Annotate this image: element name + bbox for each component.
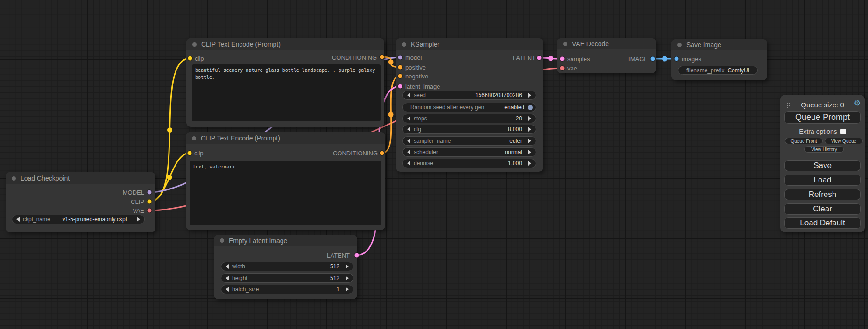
- queue-menu-panel[interactable]: Queue size: 0 ⚙ Queue Prompt Extra optio…: [780, 95, 865, 232]
- queue-prompt-button[interactable]: Queue Prompt: [784, 111, 861, 124]
- node-titlebar[interactable]: CLIP Text Encode (Prompt): [186, 132, 385, 144]
- decrement-arrow-icon[interactable]: [407, 93, 410, 98]
- output-label-latent: LATENT: [513, 55, 536, 62]
- queue-front-button[interactable]: Queue Front: [785, 138, 823, 144]
- node-title: CLIP Text Encode (Prompt): [201, 41, 281, 48]
- node-graph-canvas[interactable]: Load Checkpoint MODEL CLIP VAE ckpt_name…: [0, 0, 868, 329]
- height-widget[interactable]: height 512: [221, 273, 353, 283]
- node-vae-decode[interactable]: VAE Decode samples vae IMAGE: [557, 38, 656, 73]
- toggle-knob-icon[interactable]: [528, 105, 533, 110]
- increment-arrow-icon[interactable]: [528, 161, 531, 166]
- increment-arrow-icon[interactable]: [346, 276, 349, 280]
- gear-icon[interactable]: ⚙: [854, 99, 861, 107]
- node-titlebar[interactable]: Empty Latent Image: [214, 235, 357, 246]
- widget-label: ckpt_name: [23, 216, 50, 223]
- collapse-dot-icon[interactable]: [220, 238, 224, 243]
- widget-value: enabled: [504, 104, 524, 111]
- filename-prefix-widget[interactable]: filename_prefix ComfyUI: [678, 66, 758, 75]
- node-titlebar[interactable]: VAE Decode: [557, 38, 656, 49]
- extra-options-checkbox[interactable]: [840, 129, 846, 134]
- steps-widget[interactable]: steps 20: [402, 114, 536, 123]
- decrement-arrow-icon[interactable]: [226, 276, 229, 280]
- view-queue-button[interactable]: View Queue: [825, 138, 863, 144]
- increment-arrow-icon[interactable]: [528, 116, 531, 121]
- widget-value[interactable]: 20: [516, 115, 522, 122]
- collapse-dot-icon[interactable]: [402, 42, 406, 47]
- widget-value[interactable]: 512: [330, 275, 339, 281]
- link-midpoint-dot: [662, 56, 667, 62]
- load-default-button[interactable]: Load Default: [784, 217, 861, 229]
- save-button[interactable]: Save: [784, 160, 861, 171]
- decrement-arrow-icon[interactable]: [226, 264, 229, 269]
- node-titlebar[interactable]: KSampler: [396, 38, 543, 50]
- node-titlebar[interactable]: Load Checkpoint: [6, 172, 155, 184]
- increment-arrow-icon[interactable]: [528, 139, 531, 143]
- decrement-arrow-icon[interactable]: [407, 116, 410, 121]
- decrement-arrow-icon[interactable]: [407, 139, 410, 143]
- node-ksampler[interactable]: KSampler model positive negative latent_…: [396, 38, 543, 172]
- ckpt-name-widget[interactable]: ckpt_name v1-5-pruned-emaonly.ckpt: [12, 215, 145, 224]
- increment-arrow-icon[interactable]: [528, 150, 531, 154]
- node-empty-latent-image[interactable]: Empty Latent Image LATENT width 512 heig…: [214, 235, 357, 299]
- node-title: Save Image: [686, 41, 721, 49]
- collapse-dot-icon[interactable]: [677, 43, 682, 47]
- sampler-name-widget[interactable]: sampler_name euler: [402, 136, 536, 146]
- prompt-textarea[interactable]: beautiful scenery nature glass bottle la…: [192, 64, 381, 121]
- increment-arrow-icon[interactable]: [346, 287, 349, 292]
- collapse-dot-icon[interactable]: [192, 136, 196, 140]
- widget-label: seed: [414, 92, 426, 98]
- node-clip-text-encode-positive[interactable]: CLIP Text Encode (Prompt) clip CONDITION…: [186, 38, 384, 127]
- decrement-arrow-icon[interactable]: [226, 287, 229, 292]
- increment-arrow-icon[interactable]: [137, 217, 140, 222]
- collapse-dot-icon[interactable]: [563, 42, 567, 46]
- widget-label: batch_size: [232, 286, 259, 293]
- load-button[interactable]: Load: [784, 175, 861, 186]
- widget-label: steps: [414, 115, 427, 122]
- input-label-positive: positive: [405, 64, 426, 71]
- cfg-widget[interactable]: cfg 8.000: [402, 125, 536, 134]
- seed-widget[interactable]: seed 156680208700286: [402, 91, 536, 100]
- view-history-button[interactable]: View History: [804, 146, 844, 153]
- node-title: Empty Latent Image: [229, 237, 287, 245]
- width-widget[interactable]: width 512: [221, 262, 353, 271]
- output-label-vae: VAE: [133, 207, 144, 214]
- node-titlebar[interactable]: CLIP Text Encode (Prompt): [186, 38, 384, 50]
- random-seed-toggle-widget[interactable]: Random seed after every gen enabled: [402, 103, 536, 112]
- widget-value[interactable]: 8.000: [508, 126, 522, 133]
- refresh-button[interactable]: Refresh: [784, 189, 861, 200]
- collapse-dot-icon[interactable]: [192, 42, 197, 47]
- widget-value[interactable]: v1-5-pruned-emaonly.ckpt: [62, 216, 127, 223]
- batch-size-widget[interactable]: batch_size 1: [221, 285, 353, 294]
- scheduler-widget[interactable]: scheduler normal: [402, 147, 536, 157]
- decrement-arrow-icon[interactable]: [16, 217, 20, 222]
- widget-value[interactable]: 1: [336, 286, 339, 293]
- queue-size-label: Queue size: 0: [791, 101, 854, 109]
- clear-button[interactable]: Clear: [784, 203, 861, 215]
- widget-value[interactable]: normal: [505, 149, 522, 155]
- decrement-arrow-icon[interactable]: [407, 127, 410, 132]
- increment-arrow-icon[interactable]: [528, 127, 531, 132]
- widget-value[interactable]: 156680208700286: [475, 92, 522, 98]
- increment-arrow-icon[interactable]: [528, 93, 531, 98]
- node-clip-text-encode-negative[interactable]: CLIP Text Encode (Prompt) clip CONDITION…: [186, 132, 385, 230]
- widget-label: height: [232, 275, 247, 281]
- widget-value[interactable]: 512: [330, 263, 339, 270]
- decrement-arrow-icon[interactable]: [407, 161, 410, 166]
- node-save-image[interactable]: Save Image images filename_prefix ComfyU…: [671, 39, 767, 80]
- input-label-samples: samples: [567, 56, 590, 63]
- denoise-widget[interactable]: denoise 1.000: [402, 159, 536, 168]
- node-load-checkpoint[interactable]: Load Checkpoint MODEL CLIP VAE ckpt_name…: [6, 172, 155, 232]
- decrement-arrow-icon[interactable]: [407, 150, 410, 154]
- widget-value[interactable]: euler: [509, 138, 522, 144]
- output-label-conditioning: CONDITIONING: [333, 150, 378, 157]
- widget-value[interactable]: ComfyUI: [727, 67, 749, 74]
- widget-value[interactable]: 1.000: [508, 160, 522, 167]
- node-titlebar[interactable]: Save Image: [671, 39, 767, 50]
- collapse-dot-icon[interactable]: [12, 176, 16, 181]
- widget-label: width: [232, 263, 245, 270]
- drag-handle-icon[interactable]: [786, 102, 790, 108]
- widget-label: denoise: [414, 160, 433, 167]
- link-midpoint-dot: [388, 112, 394, 117]
- prompt-textarea[interactable]: text, watermark: [190, 161, 381, 225]
- increment-arrow-icon[interactable]: [346, 264, 349, 269]
